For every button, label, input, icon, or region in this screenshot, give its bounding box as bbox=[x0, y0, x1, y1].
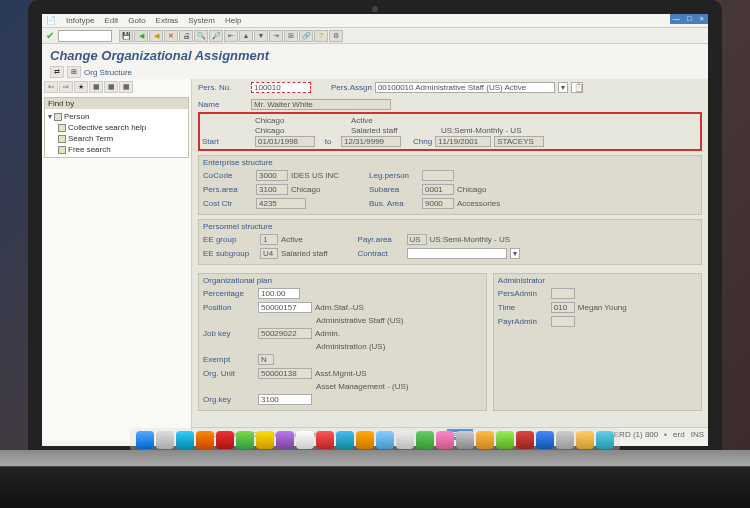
pers-assgn-help-icon[interactable]: 📋 bbox=[571, 82, 583, 93]
busarea-text: Accessories bbox=[457, 199, 500, 208]
menu-infotype[interactable]: Infotype bbox=[66, 16, 94, 25]
menu-edit[interactable]: Edit bbox=[104, 16, 118, 25]
nav-icon-6[interactable]: ▦ bbox=[119, 81, 133, 93]
last-page-icon[interactable]: ⇥ bbox=[269, 30, 283, 42]
back-icon[interactable]: ◀ bbox=[134, 30, 148, 42]
dock-app-7[interactable] bbox=[256, 431, 274, 449]
dock-app-6[interactable] bbox=[236, 431, 254, 449]
subarea-field: 0001 bbox=[422, 184, 454, 195]
macos-dock[interactable] bbox=[130, 428, 620, 452]
menu-system[interactable]: System bbox=[188, 16, 215, 25]
nav-prev-icon[interactable]: ⇦ bbox=[44, 81, 58, 93]
dock-app-20[interactable] bbox=[516, 431, 534, 449]
org-structure-button[interactable]: Org Structure bbox=[84, 68, 132, 77]
maximize-button[interactable]: □ bbox=[683, 14, 696, 24]
payradmin-label: PayrAdmin bbox=[498, 317, 548, 326]
find-by-header: Find by bbox=[45, 98, 188, 109]
status-host: erd bbox=[673, 430, 685, 439]
first-page-icon[interactable]: ⇤ bbox=[224, 30, 238, 42]
print-icon[interactable]: 🖨 bbox=[179, 30, 193, 42]
start-field[interactable]: 01/01/1998 bbox=[255, 136, 315, 147]
chng-label: Chng bbox=[413, 137, 432, 146]
dock-app-1[interactable] bbox=[136, 431, 154, 449]
nav-next-icon[interactable]: ⇨ bbox=[59, 81, 73, 93]
menu-goto[interactable]: Goto bbox=[128, 16, 145, 25]
next-page-icon[interactable]: ▼ bbox=[254, 30, 268, 42]
exempt-field: N bbox=[258, 354, 274, 365]
contract-field[interactable] bbox=[407, 248, 507, 259]
dock-app-5[interactable] bbox=[216, 431, 234, 449]
dock-app-21[interactable] bbox=[536, 431, 554, 449]
dock-app-2[interactable] bbox=[156, 431, 174, 449]
dock-app-19[interactable] bbox=[496, 431, 514, 449]
tree-free-search[interactable]: Free search bbox=[48, 144, 185, 155]
exit-icon[interactable]: ◀ bbox=[149, 30, 163, 42]
jobkey-text1: Admin. bbox=[315, 329, 340, 338]
menu-extras[interactable]: Extras bbox=[156, 16, 179, 25]
payrarea-field: US bbox=[407, 234, 427, 245]
help-icon[interactable]: ? bbox=[314, 30, 328, 42]
cocode-text: IDES US INC bbox=[291, 171, 339, 180]
shortcut-icon[interactable]: 🔗 bbox=[299, 30, 313, 42]
dock-app-8[interactable] bbox=[276, 431, 294, 449]
dock-app-13[interactable] bbox=[376, 431, 394, 449]
contract-label: Contract bbox=[358, 249, 404, 258]
save-icon[interactable]: 💾 bbox=[119, 30, 133, 42]
percentage-field[interactable]: 100.00 bbox=[258, 288, 300, 299]
pers-assgn-field[interactable]: 00100010 Administrative Staff (US) Activ… bbox=[375, 82, 555, 93]
orgunit-field: 50000138 bbox=[258, 368, 312, 379]
end-field[interactable]: 12/31/9999 bbox=[341, 136, 401, 147]
tree-collective[interactable]: Collective search help bbox=[48, 122, 185, 133]
orgunit-label: Org. Unit bbox=[203, 369, 255, 378]
position-field[interactable]: 50000157 bbox=[258, 302, 312, 313]
dock-app-11[interactable] bbox=[336, 431, 354, 449]
dock-app-18[interactable] bbox=[476, 431, 494, 449]
nav-icon-4[interactable]: ▦ bbox=[89, 81, 103, 93]
overview-icon[interactable]: ⊞ bbox=[67, 66, 81, 78]
pers-no-field[interactable]: 100010 bbox=[251, 82, 311, 93]
dock-app-10[interactable] bbox=[316, 431, 334, 449]
nav-icon-5[interactable]: ▦ bbox=[104, 81, 118, 93]
dock-app-22[interactable] bbox=[556, 431, 574, 449]
validity-highlight: Chicago Active Chicago Salaried staff US… bbox=[198, 112, 702, 151]
eesub-field: U4 bbox=[260, 248, 278, 259]
minimize-button[interactable]: — bbox=[670, 14, 683, 24]
dock-app-9[interactable] bbox=[296, 431, 314, 449]
enter-icon[interactable]: ✔ bbox=[46, 30, 54, 41]
payrarea-label: Payr.area bbox=[358, 235, 404, 244]
personnel-panel: Personnel structure EE group1Active EE s… bbox=[198, 219, 702, 265]
find-next-icon[interactable]: 🔎 bbox=[209, 30, 223, 42]
persarea-label: Pers.area bbox=[203, 185, 253, 194]
menu-doc-icon[interactable]: 📄 bbox=[46, 16, 56, 25]
toggle-icon[interactable]: ⇄ bbox=[50, 66, 64, 78]
nav-icon-3[interactable]: ★ bbox=[74, 81, 88, 93]
window-controls[interactable]: — □ × bbox=[670, 14, 708, 24]
dock-app-14[interactable] bbox=[396, 431, 414, 449]
dock-app-15[interactable] bbox=[416, 431, 434, 449]
left-pane: ⇦ ⇨ ★ ▦ ▦ ▦ Find by ▾Person Collective s… bbox=[42, 79, 192, 441]
orgplan-title: Organizational plan bbox=[203, 276, 482, 285]
new-session-icon[interactable]: ⊞ bbox=[284, 30, 298, 42]
dock-app-23[interactable] bbox=[576, 431, 594, 449]
layout-icon[interactable]: ⚙ bbox=[329, 30, 343, 42]
dock-app-16[interactable] bbox=[436, 431, 454, 449]
dock-app-4[interactable] bbox=[196, 431, 214, 449]
cancel-icon[interactable]: ✕ bbox=[164, 30, 178, 42]
name-label: Name bbox=[198, 100, 248, 109]
dock-app-17[interactable] bbox=[456, 431, 474, 449]
prev-page-icon[interactable]: ▲ bbox=[239, 30, 253, 42]
pers-assgn-dropdown-icon[interactable]: ▾ bbox=[558, 82, 568, 93]
contract-dropdown-icon[interactable]: ▾ bbox=[510, 248, 520, 259]
tree-search-term[interactable]: Search Term bbox=[48, 133, 185, 144]
dock-app-24[interactable] bbox=[596, 431, 614, 449]
orgkey-label: Org.key bbox=[203, 395, 255, 404]
menu-help[interactable]: Help bbox=[225, 16, 241, 25]
find-icon[interactable]: 🔍 bbox=[194, 30, 208, 42]
tree-person[interactable]: ▾Person bbox=[48, 111, 185, 122]
orgkey-field[interactable]: 3100 bbox=[258, 394, 312, 405]
dock-app-12[interactable] bbox=[356, 431, 374, 449]
close-button[interactable]: × bbox=[695, 14, 708, 24]
command-field[interactable] bbox=[58, 30, 112, 42]
free-search-icon bbox=[58, 146, 66, 154]
dock-app-3[interactable] bbox=[176, 431, 194, 449]
